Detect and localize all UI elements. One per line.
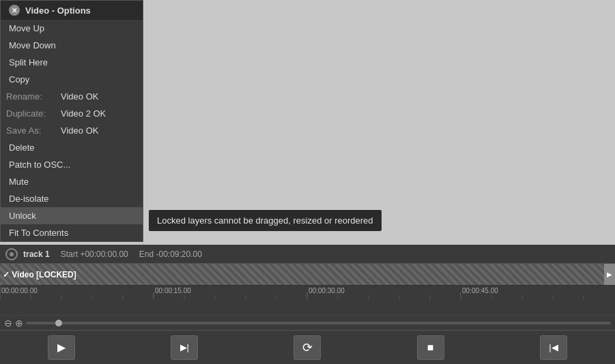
svg-text:00:00:45.00: 00:00:45.00 (462, 287, 498, 294)
play-button[interactable]: ▶ (48, 335, 75, 360)
zoom-slider[interactable] (26, 322, 611, 324)
rewind-button[interactable]: |◀ (540, 335, 567, 360)
save-as-label: Save As: (6, 125, 61, 136)
tooltip-locked: Locked layers cannot be dragged, resized… (149, 210, 382, 231)
close-button[interactable]: ✕ (9, 5, 20, 16)
transport-bar: ▶ ▶| ⟳ ■ |◀ (0, 330, 615, 364)
save-as-value: Video OK (61, 125, 98, 136)
menu-item-save-as[interactable]: Save As: Video OK (1, 122, 143, 139)
menu-item-move-down[interactable]: Move Down (1, 37, 143, 54)
track-header: track 1 Start +00:00:00.00 End -00:09:20… (0, 245, 615, 264)
menu-item-delete[interactable]: Delete (1, 139, 143, 156)
track-icon (5, 248, 18, 260)
tooltip-text: Locked layers cannot be dragged, resized… (157, 215, 373, 226)
svg-text:00:00:15.00: 00:00:15.00 (155, 287, 191, 294)
play-to-end-button[interactable]: ▶| (171, 335, 198, 360)
context-menu: ✕ Video - Options Move Up Move Down Spli… (0, 0, 143, 242)
menu-item-de-isolate[interactable]: De-isolate (1, 190, 143, 207)
timeline-area: track 1 Start +00:00:00.00 End -00:09:20… (0, 245, 615, 364)
menu-item-fit-to-contents[interactable]: Fit To Contents (1, 224, 143, 241)
menu-item-duplicate[interactable]: Duplicate: Video 2 OK (1, 105, 143, 122)
menu-item-split-here[interactable]: Split Here (1, 54, 143, 71)
zoom-bar: ⊖ ⊕ (0, 315, 615, 330)
track-start: Start +00:00:00.00 (61, 249, 128, 259)
video-track: ✓ Video [LOCKED] ▶ (0, 264, 615, 286)
context-menu-title-label: Video - Options (25, 5, 91, 16)
svg-text:00:00:00.00: 00:00:00.00 (1, 287, 38, 294)
rename-label: Rename: (6, 91, 61, 102)
context-menu-title: ✕ Video - Options (1, 1, 143, 20)
loop-button[interactable]: ⟳ (294, 335, 321, 360)
menu-item-copy[interactable]: Copy (1, 71, 143, 88)
menu-item-rename[interactable]: Rename: Video OK (1, 88, 143, 105)
svg-text:00:00:30.00: 00:00:30.00 (309, 287, 345, 294)
duplicate-label: Duplicate: (6, 108, 61, 119)
duplicate-value: Video 2 OK (61, 108, 106, 119)
stop-button[interactable]: ■ (417, 335, 444, 360)
track-end: End -00:09:20.00 (139, 249, 202, 259)
menu-item-move-up[interactable]: Move Up (1, 20, 143, 37)
rename-value: Video OK (61, 91, 98, 102)
ruler-svg: 00:00:00.00 00:00:15.00 00:00:30.00 00:0… (0, 286, 615, 299)
zoom-slider-thumb (55, 320, 62, 327)
video-track-label: ✓ Video [LOCKED] (3, 270, 76, 279)
track-name: track 1 (23, 249, 50, 259)
video-track-arrow: ▶ (604, 264, 615, 285)
video-track-fill (0, 264, 604, 285)
menu-item-patch-to-osc[interactable]: Patch to OSC... (1, 156, 143, 173)
menu-item-unlock[interactable]: Unlock (1, 207, 143, 224)
zoom-in-icon[interactable]: ⊕ (15, 318, 23, 329)
time-ruler: 00:00:00.00 00:00:15.00 00:00:30.00 00:0… (0, 286, 615, 299)
zoom-out-icon[interactable]: ⊖ (4, 318, 12, 329)
menu-item-mute[interactable]: Mute (1, 173, 143, 190)
